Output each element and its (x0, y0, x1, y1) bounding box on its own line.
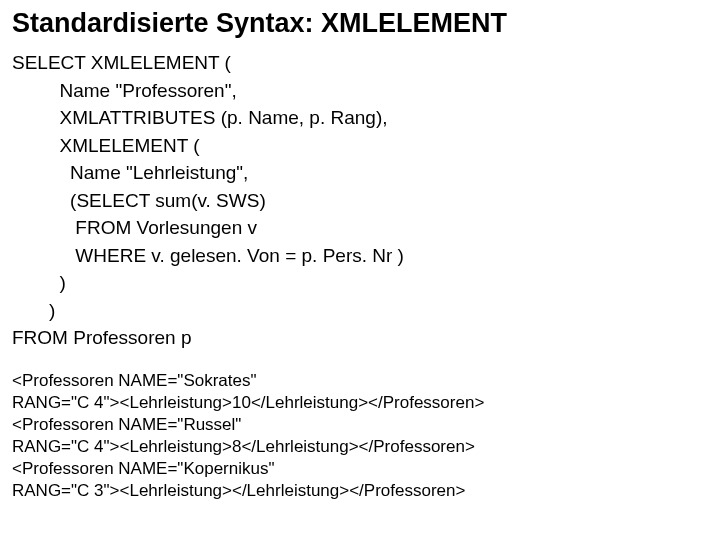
slide-title: Standardisierte Syntax: XMLELEMENT (12, 8, 708, 39)
xml-output-block: <Professoren NAME="Sokrates" RANG="C 4">… (12, 370, 708, 503)
sql-code-block: SELECT XMLELEMENT ( Name "Professoren", … (12, 49, 708, 352)
